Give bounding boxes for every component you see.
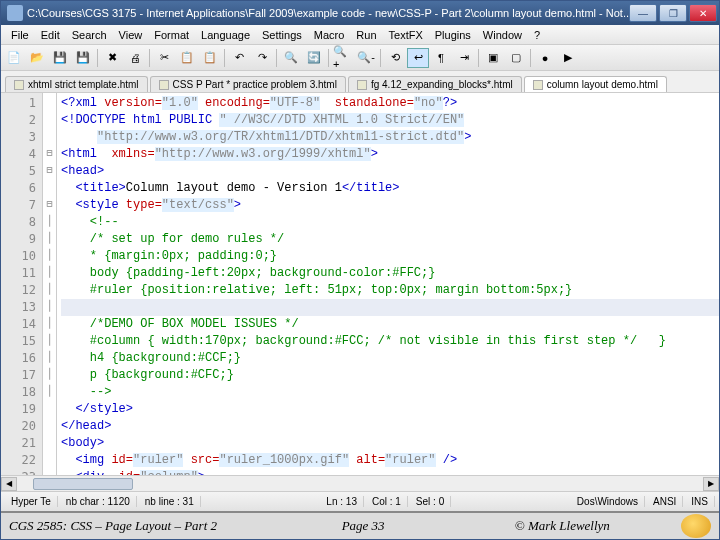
- tab-expanding-blocks[interactable]: fg 4.12_expanding_blocks*.html: [348, 76, 522, 92]
- menu-language[interactable]: Language: [195, 29, 256, 41]
- status-encoding: ANSI: [647, 496, 683, 507]
- tab-practice-problem[interactable]: CSS P Part * practice problem 3.html: [150, 76, 346, 92]
- tab-xhtml-template[interactable]: xhtml strict template.html: [5, 76, 148, 92]
- print-icon[interactable]: 🖨: [124, 48, 146, 68]
- show-chars-icon[interactable]: ¶: [430, 48, 452, 68]
- line-number-gutter[interactable]: 1234567891011121314151617181920212223: [1, 93, 43, 475]
- sync-icon[interactable]: ⟲: [384, 48, 406, 68]
- tab-label: column layout demo.html: [547, 79, 658, 90]
- file-icon: [14, 80, 24, 90]
- replace-icon[interactable]: 🔄: [303, 48, 325, 68]
- toolbar-separator: [478, 49, 479, 67]
- menu-format[interactable]: Format: [148, 29, 195, 41]
- menu-help[interactable]: ?: [528, 29, 546, 41]
- status-nbchar: nb char : 1120: [60, 496, 137, 507]
- close-file-icon[interactable]: ✖: [101, 48, 123, 68]
- toolbar-separator: [97, 49, 98, 67]
- tab-label: fg 4.12_expanding_blocks*.html: [371, 79, 513, 90]
- tab-label: xhtml strict template.html: [28, 79, 139, 90]
- wordwrap-icon[interactable]: ↩: [407, 48, 429, 68]
- fold-gutter[interactable]: ⊟⊟⊟│││││││││││: [43, 93, 57, 475]
- tabbar: xhtml strict template.html CSS P Part * …: [1, 71, 719, 93]
- toolbar-separator: [149, 49, 150, 67]
- menu-textfx[interactable]: TextFX: [383, 29, 429, 41]
- zoom-in-icon[interactable]: 🔍+: [332, 48, 354, 68]
- tab-column-layout[interactable]: column layout demo.html: [524, 76, 667, 92]
- toolbar-separator: [224, 49, 225, 67]
- menu-edit[interactable]: Edit: [35, 29, 66, 41]
- scroll-right-arrow-icon[interactable]: ▶: [703, 477, 719, 491]
- cut-icon[interactable]: ✂: [153, 48, 175, 68]
- fold-icon[interactable]: ▣: [482, 48, 504, 68]
- save-all-icon[interactable]: 💾: [72, 48, 94, 68]
- menubar: File Edit Search View Format Language Se…: [1, 25, 719, 45]
- unfold-icon[interactable]: ▢: [505, 48, 527, 68]
- status-line: Ln : 13: [320, 496, 364, 507]
- window-title: C:\Courses\CGS 3175 - Internet Applicati…: [27, 7, 629, 19]
- slide-footer: CGS 2585: CSS – Page Layout – Part 2 Pag…: [1, 511, 719, 539]
- save-icon[interactable]: 💾: [49, 48, 71, 68]
- menu-window[interactable]: Window: [477, 29, 528, 41]
- horizontal-scrollbar[interactable]: ◀ ▶: [1, 475, 719, 491]
- editor: 1234567891011121314151617181920212223 ⊟⊟…: [1, 93, 719, 475]
- close-button[interactable]: ✕: [689, 4, 717, 22]
- play-macro-icon[interactable]: ▶: [557, 48, 579, 68]
- menu-view[interactable]: View: [113, 29, 149, 41]
- status-nbline: nb line : 31: [139, 496, 201, 507]
- open-file-icon[interactable]: 📂: [26, 48, 48, 68]
- minimize-button[interactable]: —: [629, 4, 657, 22]
- code-area[interactable]: <?xml version="1.0" encoding="UTF-8" sta…: [57, 93, 719, 475]
- record-macro-icon[interactable]: ●: [534, 48, 556, 68]
- menu-run[interactable]: Run: [350, 29, 382, 41]
- find-icon[interactable]: 🔍: [280, 48, 302, 68]
- titlebar[interactable]: C:\Courses\CGS 3175 - Internet Applicati…: [1, 1, 719, 25]
- ucf-logo-icon: [681, 514, 711, 538]
- menu-settings[interactable]: Settings: [256, 29, 308, 41]
- menu-macro[interactable]: Macro: [308, 29, 351, 41]
- indent-icon[interactable]: ⇥: [453, 48, 475, 68]
- paste-icon[interactable]: 📋: [199, 48, 221, 68]
- tab-label: CSS P Part * practice problem 3.html: [173, 79, 337, 90]
- status-filetype: Hyper Te: [5, 496, 58, 507]
- copy-icon[interactable]: 📋: [176, 48, 198, 68]
- file-icon: [533, 80, 543, 90]
- toolbar-separator: [530, 49, 531, 67]
- menu-file[interactable]: File: [5, 29, 35, 41]
- toolbar-separator: [380, 49, 381, 67]
- scroll-left-arrow-icon[interactable]: ◀: [1, 477, 17, 491]
- toolbar: 📄 📂 💾 💾 ✖ 🖨 ✂ 📋 📋 ↶ ↷ 🔍 🔄 🔍+ 🔍- ⟲ ↩ ¶ ⇥ …: [1, 45, 719, 71]
- footer-page: Page 33: [275, 518, 452, 534]
- menu-plugins[interactable]: Plugins: [429, 29, 477, 41]
- status-sel: Sel : 0: [410, 496, 451, 507]
- app-icon: [7, 5, 23, 21]
- file-icon: [159, 80, 169, 90]
- scroll-thumb[interactable]: [33, 478, 133, 490]
- status-col: Col : 1: [366, 496, 408, 507]
- file-icon: [357, 80, 367, 90]
- zoom-out-icon[interactable]: 🔍-: [355, 48, 377, 68]
- new-file-icon[interactable]: 📄: [3, 48, 25, 68]
- toolbar-separator: [276, 49, 277, 67]
- footer-course: CGS 2585: CSS – Page Layout – Part 2: [9, 518, 275, 534]
- menu-search[interactable]: Search: [66, 29, 113, 41]
- redo-icon[interactable]: ↷: [251, 48, 273, 68]
- status-insert-mode: INS: [685, 496, 715, 507]
- app-window: C:\Courses\CGS 3175 - Internet Applicati…: [0, 0, 720, 540]
- statusbar: Hyper Te nb char : 1120 nb line : 31 Ln …: [1, 491, 719, 511]
- footer-author: © Mark Llewellyn: [452, 518, 673, 534]
- maximize-button[interactable]: ❐: [659, 4, 687, 22]
- toolbar-separator: [328, 49, 329, 67]
- window-controls: — ❐ ✕: [629, 4, 717, 22]
- status-eol: Dos\Windows: [571, 496, 645, 507]
- undo-icon[interactable]: ↶: [228, 48, 250, 68]
